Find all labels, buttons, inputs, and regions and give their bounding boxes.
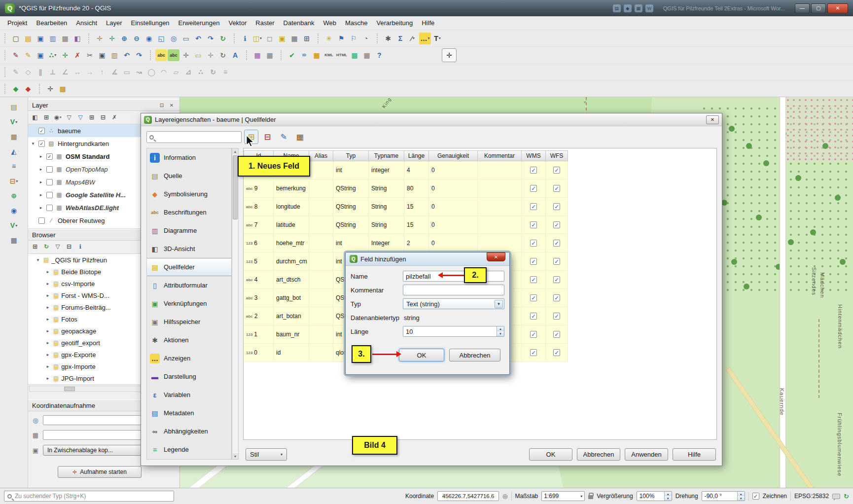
distance-constraint-icon[interactable]: ↔ [71,66,83,78]
properties-sidebar-item[interactable]: ▯ Attributformular [147,276,231,294]
properties-sidebar-item[interactable]: i Information [147,148,231,167]
simplify-feature-icon[interactable]: ≡ [219,66,231,78]
circle-tool-icon[interactable]: ◯ [145,66,157,78]
options-gear-icon[interactable]: ✱ [382,33,394,44]
add-raster-layer-icon[interactable]: ▦ [8,131,20,143]
type-select[interactable]: Text (string) ▼ [403,298,504,309]
manage-themes-icon[interactable]: ◉ [53,112,63,122]
table-row[interactable]: abc9 bemerkung QString String 80 0 [244,180,568,198]
dialog-button[interactable]: Hilfe [673,448,716,461]
properties-sidebar-item[interactable]: ▣ Hilfsspeicher [147,313,231,331]
start-capture-button[interactable]: ✛ Aufnahme starten [58,466,142,478]
close-button[interactable]: ✕ [827,3,848,13]
wfs-checkbox[interactable] [553,240,560,247]
raster-tools-icon[interactable]: ▦ [57,83,69,95]
delete-selected-icon[interactable]: ✗ [71,49,83,61]
coordinate-input[interactable]: 456226.7,5427716.6 [437,491,499,501]
spinner-buttons[interactable]: ▲▼ [664,492,672,501]
expander-icon[interactable]: ▸ [45,317,51,322]
paste-features-icon[interactable]: ▥ [108,49,120,61]
grid-tools-icon[interactable]: ▦ [361,49,373,61]
plugin-manager-icon[interactable]: ◆ [22,83,34,95]
move-label-icon[interactable]: ✛ [205,49,216,61]
properties-sidebar-item[interactable]: abc Beschriftungen [147,203,231,221]
statistics-sum-icon[interactable]: Σ [394,33,406,44]
add-wms-layer-icon[interactable]: ⊕ [8,190,20,202]
show-bookmarks-icon[interactable]: ⚐ [348,33,359,44]
expander-icon[interactable]: ▸ [38,154,44,159]
processing-history-icon[interactable]: ◆ [10,83,22,95]
spin-up-icon[interactable]: ▲ [497,326,504,331]
enable-advanced-digitizing-icon[interactable]: ✎ [10,66,22,78]
vertex-tool-icon[interactable]: ∴ [195,66,207,78]
menu-item[interactable]: Bearbeiten [32,17,71,29]
osm-place-icon[interactable]: iD [298,49,310,61]
new-geopackage-icon[interactable]: ▦ [8,234,20,246]
properties-sidebar-item[interactable]: ∞ Abhängigkeiten [147,422,231,440]
expander-icon[interactable]: ▸ [45,293,51,298]
rotate-feature-icon[interactable]: ↻ [207,66,219,78]
wfs-checkbox[interactable] [553,313,560,320]
menu-item[interactable]: Verarbeitung [372,17,418,29]
map-tips-icon[interactable]: ✳ [323,33,335,44]
layer-checkbox[interactable] [46,179,53,185]
menu-item[interactable]: Datenbank [279,17,319,29]
new-print-layout-icon[interactable]: ▥ [47,33,59,44]
wfs-checkbox[interactable] [553,203,560,210]
expander-icon[interactable]: ▸ [45,364,51,369]
comment-field[interactable] [403,285,504,295]
expander-icon[interactable]: ▸ [38,192,44,197]
remove-layer-icon[interactable]: ✗ [109,112,119,122]
zoom-full-icon[interactable]: ◱ [155,33,167,44]
column-header[interactable]: WMS [522,150,546,161]
x-constraint-icon[interactable]: → [84,66,96,78]
perpendicular-constraint-icon[interactable]: ⊥ [47,66,59,78]
coordinate-capture-icon[interactable]: ✛ [44,83,56,95]
wms-checkbox[interactable] [530,313,537,320]
add-favorite-icon[interactable]: ⊞ [30,242,40,252]
properties-sidebar-item[interactable]: ◆ Symbolisierung [147,185,231,203]
add-group-icon[interactable]: ⊞ [41,112,51,122]
wms-checkbox[interactable] [530,203,537,210]
dialog-titlebar[interactable]: Q Feld hinzufügen [346,252,509,266]
wfs-checkbox[interactable] [553,276,560,283]
expander-icon[interactable]: ▸ [45,352,51,357]
style-menu-button[interactable]: Stil ▾ [246,448,287,461]
zoom-to-layer-icon[interactable]: ▭ [180,33,192,44]
expander-icon[interactable]: ▾ [30,141,36,146]
expand-all-icon[interactable]: ⊞ [87,112,97,122]
column-header[interactable]: WFS [546,150,568,161]
raster-calculator-icon[interactable]: ▦ [264,49,276,61]
properties-sidebar-item[interactable]: ▤ Metadaten [147,404,231,422]
extent-icon[interactable]: ◎ [502,493,507,500]
expander-icon[interactable]: ▾ [35,257,41,262]
common-angle-icon[interactable]: ∡ [108,66,120,78]
digitize-options-icon[interactable]: ∴ [47,49,59,61]
wms-checkbox[interactable] [530,276,537,283]
dialog-titlebar[interactable]: Q Layereigenschaften - baeume | Quellfel… [141,113,722,126]
wms-checkbox[interactable] [530,185,537,192]
menu-item[interactable]: Masche [341,17,372,29]
lock-scale-icon[interactable] [588,495,593,499]
table-row[interactable]: 1236 hoehe_mtr int Integer 2 0 [244,234,568,252]
rotate-label-icon[interactable]: ↻ [217,49,229,61]
menu-item[interactable]: Projekt [3,17,32,29]
spinner-buttons[interactable]: ▲▼ [497,326,504,336]
locator-search-input[interactable]: Zu suchender Typ (Strg+K) [4,491,174,502]
new-bookmark-icon[interactable]: ⚑ [335,33,347,44]
add-delimited-text-icon[interactable]: ≡ [8,160,20,172]
dialog-button[interactable]: Abbrechen [577,448,620,461]
wms-checkbox[interactable] [530,240,537,247]
toggle-editing-icon[interactable]: ✎ [22,49,34,61]
open-attribute-table-icon[interactable]: ▦ [288,33,300,44]
new-shapefile-icon[interactable]: V [8,219,20,231]
field-calculator-icon[interactable]: ▦ [293,130,307,144]
layer-checkbox[interactable] [46,166,53,173]
wfs-checkbox[interactable] [553,258,560,265]
properties-sidebar-item[interactable]: ≡ Legende [147,440,231,459]
change-label-icon[interactable]: A [229,49,241,61]
cancel-button[interactable]: Abbrechen [449,349,500,361]
wfs-checkbox[interactable] [553,294,560,301]
properties-sidebar-item[interactable]: ▤ Quelle [147,167,231,185]
expander-icon[interactable]: ▸ [38,180,44,184]
